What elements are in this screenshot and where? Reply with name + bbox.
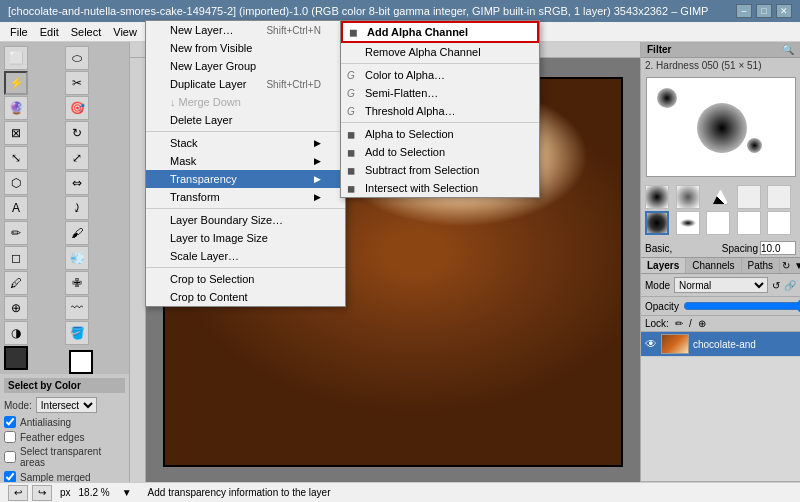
menu-transparency[interactable]: Transparency (146, 170, 345, 188)
tab-layers[interactable]: Layers (641, 258, 686, 273)
layers-mode-select[interactable]: Normal Dissolve Multiply Screen (674, 277, 768, 293)
menu-new-from-visible[interactable]: New from Visible (146, 39, 345, 57)
tool-smudge[interactable]: 〰 (65, 296, 89, 320)
submenu-threshold-alpha[interactable]: G Threshold Alpha… (341, 102, 539, 120)
tool-free-select[interactable]: ⚡ (4, 71, 28, 95)
tool-shear[interactable]: ⤢ (65, 146, 89, 170)
layers-mode-chain-icon[interactable]: 🔗 (784, 280, 796, 291)
antialiasing-checkbox[interactable] (4, 416, 16, 428)
brushes-panel: Filter 🔍 2. Hardness 050 (51 × 51) (641, 42, 800, 257)
tool-rect-select[interactable]: ⬜ (4, 46, 28, 70)
menu-new-layer-group[interactable]: New Layer Group (146, 57, 345, 75)
layers-refresh-icon[interactable]: ↻ (780, 258, 792, 273)
tool-ellipse-select[interactable]: ⬭ (65, 46, 89, 70)
menu-new-layer[interactable]: New Layer… Shift+Ctrl+N (146, 21, 345, 39)
layers-menu-icon[interactable]: ▼ (792, 258, 800, 273)
brush-item-8[interactable] (706, 211, 730, 235)
tool-crop[interactable]: ⊠ (4, 121, 28, 145)
brush-item-9[interactable] (737, 211, 761, 235)
tool-clone[interactable]: ⊕ (4, 296, 28, 320)
brush-spacing-input[interactable] (760, 241, 796, 255)
brush-item-2[interactable] (676, 185, 700, 209)
submenu-remove-alpha-channel[interactable]: Remove Alpha Channel (341, 43, 539, 61)
add-alpha-icon: ◼ (349, 27, 357, 38)
submenu-intersect-with-selection[interactable]: ◼ Intersect with Selection (341, 179, 539, 197)
close-button[interactable]: ✕ (776, 4, 792, 18)
brush-item-selected[interactable] (645, 211, 669, 235)
menu-delete-layer[interactable]: Delete Layer (146, 111, 345, 129)
layers-lock-alpha-icon[interactable]: ⊕ (698, 318, 706, 329)
tool-options-title: Select by Color (4, 378, 125, 393)
layer-visibility-icon[interactable]: 👁 (645, 337, 657, 351)
layer-dropdown-menu: New Layer… Shift+Ctrl+N New from Visible… (145, 20, 346, 307)
tool-eraser[interactable]: ◻ (4, 246, 28, 270)
menu-stack[interactable]: Stack (146, 134, 345, 152)
redo-button[interactable]: ↪ (32, 485, 52, 501)
maximize-button[interactable]: □ (756, 4, 772, 18)
minimize-button[interactable]: – (736, 4, 752, 18)
brushes-search-icon[interactable]: 🔍 (782, 44, 794, 55)
brush-item-7[interactable] (676, 211, 700, 235)
tab-paths[interactable]: Paths (742, 258, 781, 273)
menu-scale-layer[interactable]: Scale Layer… (146, 247, 345, 265)
menu-transform[interactable]: Transform (146, 188, 345, 206)
title-bar: [chocolate-and-nutella-smores-cake-14947… (0, 0, 800, 22)
layers-lock-pixels-icon[interactable]: ✏ (675, 318, 683, 329)
tool-airbrush[interactable]: 💨 (65, 246, 89, 270)
submenu-add-to-selection[interactable]: ◼ Add to Selection (341, 143, 539, 161)
brush-item-4[interactable] (737, 185, 761, 209)
brush-item-1[interactable] (645, 185, 669, 209)
brush-item-5[interactable] (767, 185, 791, 209)
menu-select[interactable]: Select (65, 22, 108, 42)
submenu-add-alpha-channel[interactable]: ◼ Add Alpha Channel (341, 21, 539, 43)
transparent-checkbox[interactable] (4, 451, 16, 463)
tool-rotate[interactable]: ↻ (65, 121, 89, 145)
mode-select[interactable]: Replace Add Subtract Intersect (36, 397, 97, 413)
menu-layer-boundary-size[interactable]: Layer Boundary Size… (146, 211, 345, 229)
tab-channels[interactable]: Channels (686, 258, 741, 273)
feather-checkbox[interactable] (4, 431, 16, 443)
tool-color-select[interactable]: 🎯 (65, 96, 89, 120)
menu-mask[interactable]: Mask (146, 152, 345, 170)
menu-crop-to-content[interactable]: Crop to Content (146, 288, 345, 306)
table-row[interactable]: 👁 chocolate-and (641, 332, 800, 357)
zoom-chevron-icon[interactable]: ▼ (122, 487, 132, 498)
brushes-title: Filter (647, 44, 671, 55)
tool-fuzzy-select[interactable]: 🔮 (4, 96, 28, 120)
tool-path[interactable]: ⤸ (65, 196, 89, 220)
tool-text[interactable]: A (4, 196, 28, 220)
layers-opacity-slider[interactable] (683, 299, 800, 313)
submenu-subtract-from-selection[interactable]: ◼ Subtract from Selection (341, 161, 539, 179)
layers-mode-reset-icon[interactable]: ↺ (772, 280, 780, 291)
brush-preview-dot-large (697, 103, 747, 153)
submenu-alpha-to-selection[interactable]: ◼ Alpha to Selection (341, 125, 539, 143)
tool-pencil[interactable]: ✏ (4, 221, 28, 245)
tool-dodge[interactable]: ◑ (4, 321, 28, 345)
tool-bucket[interactable]: 🪣 (65, 321, 89, 345)
tool-flip[interactable]: ⇔ (65, 171, 89, 195)
undo-redo-buttons: ↩ ↪ (8, 485, 52, 501)
menu-duplicate-layer[interactable]: Duplicate Layer Shift+Ctrl+D (146, 75, 345, 93)
tool-ink[interactable]: 🖊 (4, 271, 28, 295)
submenu-semi-flatten[interactable]: G Semi-Flatten… (341, 84, 539, 102)
brush-item-10[interactable] (767, 211, 791, 235)
menu-layer-to-image-size[interactable]: Layer to Image Size (146, 229, 345, 247)
submenu-color-to-alpha[interactable]: G Color to Alpha… (341, 66, 539, 84)
menu-crop-to-selection[interactable]: Crop to Selection (146, 270, 345, 288)
tool-scale[interactable]: ⤡ (4, 146, 28, 170)
menu-edit[interactable]: Edit (34, 22, 65, 42)
tool-fg-color[interactable] (4, 346, 28, 370)
tool-heal[interactable]: ✙ (65, 271, 89, 295)
brush-item-3[interactable] (712, 189, 728, 205)
tool-perspective[interactable]: ⬡ (4, 171, 28, 195)
menu-file[interactable]: File (4, 22, 34, 42)
undo-button[interactable]: ↩ (8, 485, 28, 501)
menu-view[interactable]: View (107, 22, 143, 42)
transparent-label: Select transparent areas (20, 446, 125, 468)
submenu-separator-2 (341, 122, 539, 123)
tool-paintbrush[interactable]: 🖌 (65, 221, 89, 245)
tool-scissors[interactable]: ✂ (65, 71, 89, 95)
tool-bg-color[interactable] (69, 350, 93, 374)
layers-lock-position-icon[interactable]: / (689, 318, 692, 329)
layers-tabs: Layers Channels Paths ↻ ▼ (641, 258, 800, 274)
